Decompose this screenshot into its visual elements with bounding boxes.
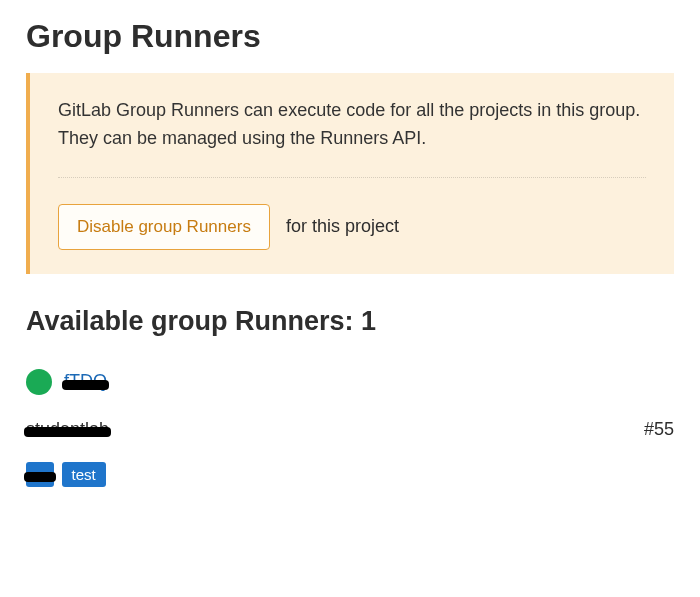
panel-divider	[58, 177, 646, 178]
runner-tag[interactable]: s	[26, 462, 54, 487]
runner-description-row: studentlab #55	[26, 419, 674, 440]
runner-item: fTDQ studentlab #55 s test	[26, 369, 674, 487]
runner-id: #55	[644, 419, 674, 440]
runner-tag[interactable]: test	[62, 462, 106, 487]
panel-actions: Disable group Runners for this project	[58, 204, 646, 250]
disable-group-runners-button[interactable]: Disable group Runners	[58, 204, 270, 250]
page-title: Group Runners	[26, 18, 674, 55]
available-runners-heading: Available group Runners: 1	[26, 306, 674, 337]
runner-tags: s test	[26, 462, 674, 487]
disable-suffix-text: for this project	[286, 216, 399, 237]
group-runners-info-panel: GitLab Group Runners can execute code fo…	[26, 73, 674, 274]
runner-description: studentlab	[26, 419, 109, 440]
runner-header-row: fTDQ	[26, 369, 674, 395]
runner-token-text: fTDQ	[64, 371, 107, 392]
info-panel-description: GitLab Group Runners can execute code fo…	[58, 97, 646, 153]
runner-token-link[interactable]: fTDQ	[64, 371, 107, 392]
status-online-icon	[26, 369, 52, 395]
